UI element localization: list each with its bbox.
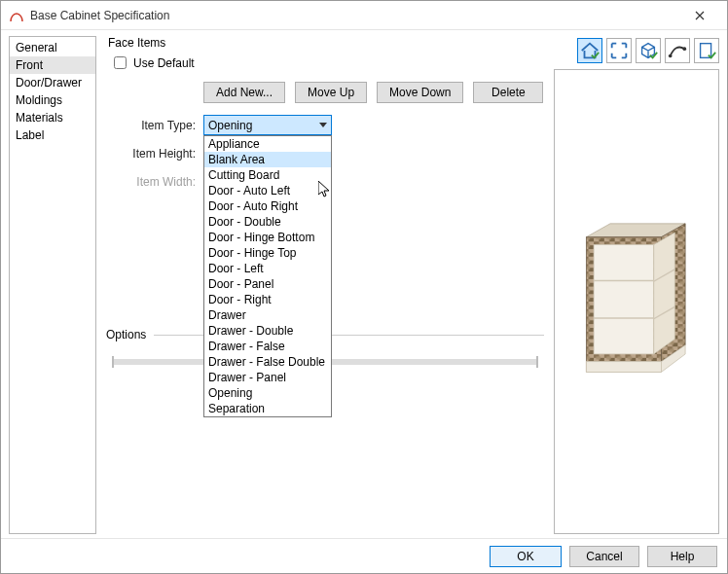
category-list[interactable]: GeneralFrontDoor/DrawerMoldingsMaterials…: [9, 36, 96, 534]
nav-item-materials[interactable]: Materials: [10, 109, 95, 126]
item-type-option[interactable]: Opening: [204, 385, 331, 401]
preview-pane[interactable]: [554, 69, 719, 534]
item-type-option[interactable]: Appliance: [204, 136, 331, 152]
item-type-option[interactable]: Drawer - False: [204, 339, 331, 354]
curve-icon: [667, 40, 688, 61]
ok-button[interactable]: OK: [490, 546, 562, 567]
expand-tool[interactable]: [606, 38, 632, 63]
use-default-checkbox[interactable]: [114, 56, 127, 69]
item-type-option[interactable]: Blank Area: [204, 152, 331, 167]
preview-toolbar: [554, 36, 719, 67]
item-type-option[interactable]: Door - Right: [204, 292, 331, 307]
nav-item-label[interactable]: Label: [10, 126, 95, 144]
item-type-option[interactable]: Drawer: [204, 307, 331, 323]
svg-marker-11: [654, 233, 675, 354]
item-height-label: Item Height:: [106, 147, 203, 161]
item-type-label: Item Type:: [106, 119, 203, 132]
nav-item-front[interactable]: Front: [10, 56, 95, 74]
svg-rect-17: [586, 362, 661, 373]
nav-item-general[interactable]: General: [10, 39, 95, 56]
nav-item-moldings[interactable]: Moldings: [10, 91, 95, 109]
close-icon: [695, 11, 705, 20]
close-button[interactable]: [680, 2, 719, 29]
item-type-option[interactable]: Drawer - Panel: [204, 370, 331, 385]
item-type-value: Opening: [204, 119, 315, 132]
svg-point-1: [683, 47, 687, 51]
item-type-combobox[interactable]: Opening: [203, 115, 332, 135]
footer: OK Cancel Help: [1, 538, 727, 573]
svg-point-0: [669, 54, 673, 58]
item-type-option[interactable]: Drawer - Double: [204, 323, 331, 339]
help-button[interactable]: Help: [647, 546, 717, 567]
window-title: Base Cabinet Specification: [30, 9, 680, 22]
home-check-tool[interactable]: [577, 38, 602, 63]
page-check-icon: [696, 40, 717, 61]
item-width-label: Item Width:: [106, 175, 203, 189]
curve-tool[interactable]: [665, 38, 690, 63]
titlebar: Base Cabinet Specification: [1, 1, 727, 30]
home-check-icon: [579, 40, 601, 61]
item-type-option[interactable]: Door - Double: [204, 214, 331, 230]
add-new-button[interactable]: Add New...: [203, 82, 285, 103]
item-type-option[interactable]: Drawer - False Double: [204, 354, 331, 370]
cabinet-preview-icon: [572, 218, 700, 385]
dialog-window: Base Cabinet Specification GeneralFrontD…: [0, 0, 728, 574]
item-type-option[interactable]: Door - Hinge Top: [204, 245, 331, 261]
svg-rect-10: [594, 244, 654, 354]
item-type-option[interactable]: Door - Panel: [204, 276, 331, 292]
cube-check-tool[interactable]: [636, 38, 661, 63]
item-type-option[interactable]: Door - Hinge Bottom: [204, 230, 331, 245]
preview-column: [554, 36, 719, 534]
use-default-label: Use Default: [133, 56, 195, 70]
item-type-dropdown[interactable]: ApplianceBlank AreaCutting BoardDoor - A…: [203, 135, 332, 417]
move-down-button[interactable]: Move Down: [377, 82, 463, 103]
app-icon: [9, 8, 24, 23]
item-type-option[interactable]: Cutting Board: [204, 167, 331, 183]
item-type-option[interactable]: Door - Left: [204, 261, 331, 276]
options-label: Options: [106, 328, 146, 341]
nav-item-door-drawer[interactable]: Door/Drawer: [10, 74, 95, 91]
page-check-tool[interactable]: [694, 38, 719, 63]
item-type-option[interactable]: Separation: [204, 401, 331, 416]
center-panel: Face Items Use Default Add New... Move U…: [102, 36, 548, 534]
item-type-option[interactable]: Door - Auto Left: [204, 183, 331, 198]
move-up-button[interactable]: Move Up: [295, 82, 367, 103]
face-items-label: Face Items: [106, 36, 544, 50]
delete-button[interactable]: Delete: [473, 82, 543, 103]
cancel-button[interactable]: Cancel: [569, 546, 639, 567]
chevron-down-icon: [315, 123, 331, 128]
cube-check-icon: [637, 40, 659, 61]
dialog-body: GeneralFrontDoor/DrawerMoldingsMaterials…: [1, 30, 727, 538]
expand-icon: [608, 40, 630, 61]
item-type-option[interactable]: Door - Auto Right: [204, 198, 331, 214]
